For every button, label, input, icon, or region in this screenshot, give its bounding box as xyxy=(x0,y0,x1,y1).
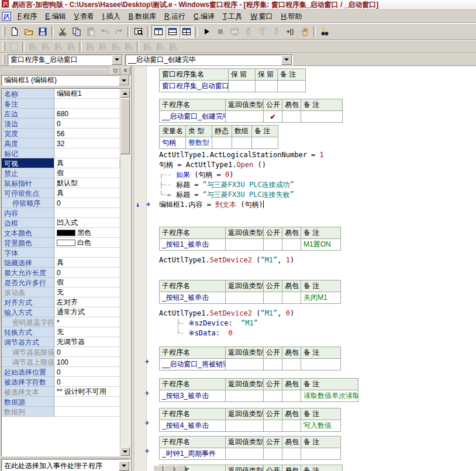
table-cell[interactable]: _按钮3_被单击 xyxy=(160,390,226,402)
table-cell[interactable] xyxy=(264,390,282,402)
property-value[interactable]: 真 xyxy=(54,258,130,268)
assembly-table[interactable]: 窗口程序集名保 留保 留备 注窗口程序集_启动窗口 xyxy=(159,68,476,92)
layout-grid-icon[interactable] xyxy=(180,25,194,38)
table-cell[interactable]: M1置ON xyxy=(301,239,341,251)
property-value[interactable]: 左对齐 xyxy=(54,297,130,307)
insert-breakpoint-icon[interactable]: {} xyxy=(284,25,298,38)
toolbar-grip[interactable] xyxy=(2,42,5,51)
table-cell[interactable]: __启动窗口_创建完毕 xyxy=(160,111,226,123)
property-value[interactable]: 0 xyxy=(54,377,130,387)
table-cell[interactable] xyxy=(252,137,278,149)
table-cell[interactable]: _按钮2_被单击 xyxy=(160,292,226,304)
sub-table-button3[interactable]: +子程序名返回值类型公开易包备 注_按钮3_被单击读取数值单次读取 xyxy=(159,378,476,402)
property-value[interactable]: 假 xyxy=(54,278,130,288)
toolbar-grip[interactable] xyxy=(2,56,5,64)
table-cell[interactable] xyxy=(226,292,264,304)
code-line[interactable]: └-► 标题 = “与三菱FX3U PLC连接失败” xyxy=(159,190,476,200)
scroll-down-button[interactable] xyxy=(120,447,130,456)
table-cell[interactable]: 句柄 xyxy=(160,137,186,149)
property-value[interactable]: 0 xyxy=(54,268,130,278)
menu-item-h[interactable]: H.帮助 xyxy=(277,10,306,23)
property-value[interactable]: 32 xyxy=(54,138,130,148)
table-row[interactable]: _按钮3_被单击读取数值单次读取 xyxy=(160,390,358,402)
table-cell[interactable] xyxy=(256,81,278,92)
property-value[interactable] xyxy=(54,99,130,109)
horizontal-scrollbar[interactable] xyxy=(153,465,185,471)
table-cell[interactable] xyxy=(264,239,282,251)
property-value[interactable]: * xyxy=(54,317,130,327)
table-cell[interactable] xyxy=(282,448,301,460)
table-cell[interactable] xyxy=(226,448,264,460)
menu-item-t[interactable]: T.工具 xyxy=(219,10,246,23)
new-file-icon[interactable] xyxy=(8,25,22,38)
code-line[interactable]: ┌-- 如果 (句柄 = 0) xyxy=(159,170,476,180)
property-value[interactable]: 真 xyxy=(54,158,130,168)
sub-table-button2[interactable]: 子程序名返回值类型公开易包备 注_按钮2_被单击关闭M1 xyxy=(159,280,476,304)
table-cell[interactable] xyxy=(226,420,264,432)
assembly-combo-dropdown[interactable] xyxy=(112,55,122,65)
property-value[interactable]: 无 xyxy=(54,288,130,297)
save-file-icon[interactable] xyxy=(36,25,50,38)
menu-item-f[interactable]: F.程序 xyxy=(13,10,41,23)
component-selector-dropdown[interactable] xyxy=(119,75,129,85)
property-value[interactable]: 无调节器 xyxy=(54,337,130,347)
property-value[interactable] xyxy=(54,208,130,218)
property-value[interactable]: 白色 xyxy=(54,238,130,248)
cut-icon[interactable] xyxy=(56,25,70,38)
scroll-up-button[interactable] xyxy=(120,89,130,98)
property-value[interactable]: 凹入式 xyxy=(54,218,130,228)
var-table[interactable]: 变量名类 型静态数组备 注句柄整数型 xyxy=(159,125,476,149)
table-cell[interactable] xyxy=(229,81,256,92)
find-help-icon[interactable]: ? xyxy=(318,25,332,38)
property-value[interactable]: 56 xyxy=(54,129,130,138)
table-cell[interactable] xyxy=(282,420,301,432)
fold-expand-mark[interactable]: + xyxy=(145,419,149,427)
table-cell[interactable]: __启动窗口_将被销毁 xyxy=(160,359,226,370)
property-value[interactable]: 100 xyxy=(54,357,130,367)
open-file-icon[interactable] xyxy=(22,25,36,38)
pause-hand-icon[interactable] xyxy=(298,25,312,38)
menu-item-v[interactable]: V.查看 xyxy=(70,10,98,23)
property-value[interactable]: 0 xyxy=(54,119,130,129)
hscroll-left-button[interactable] xyxy=(153,465,163,471)
fold-expand-mark[interactable]: + xyxy=(146,200,150,210)
event-handler-combo-dropdown[interactable] xyxy=(119,461,129,471)
scroll-thumb[interactable] xyxy=(120,98,130,154)
browse-source-icon[interactable] xyxy=(132,25,146,38)
table-cell[interactable] xyxy=(282,292,301,304)
table-cell[interactable] xyxy=(282,359,301,370)
property-value[interactable]: 0 xyxy=(54,367,130,377)
table-cell[interactable]: _按钮1_被单击 xyxy=(160,239,226,251)
table-cell[interactable] xyxy=(232,137,252,149)
menu-item-e[interactable]: E.编辑 xyxy=(41,10,70,23)
property-value[interactable]: 680 xyxy=(54,109,130,119)
property-value[interactable]: 无 xyxy=(54,327,130,337)
code-line[interactable]: ├- ※szDevice: “M1” xyxy=(159,318,476,328)
event-handler-combo[interactable]: 在此处选择加入事件处理子程序 xyxy=(1,459,130,471)
table-cell[interactable] xyxy=(264,420,282,432)
table-row[interactable]: _按钮1_被单击M1置ON xyxy=(160,239,341,251)
property-value[interactable]: 假 xyxy=(54,168,130,178)
table-cell[interactable] xyxy=(226,359,264,370)
sub-table-create-finished[interactable]: 子程序名返回值类型公开易包备 注__启动窗口_创建完毕✔ xyxy=(159,99,476,123)
table-cell[interactable]: ✔ xyxy=(264,111,282,123)
property-value[interactable] xyxy=(54,248,130,258)
code-button1[interactable]: ActUtlType1.SetDevice2 (“M1”, 1) xyxy=(159,255,476,265)
table-row[interactable]: __启动窗口_创建完毕✔ xyxy=(160,111,343,123)
code-line[interactable]: └- ※sData: 0 xyxy=(159,328,476,338)
sub-table-clock1[interactable]: +子程序名返回值类型公开易包备 注_时钟1_周期事件 xyxy=(159,436,476,460)
fold-expand-mark[interactable]: + xyxy=(145,358,149,366)
table-cell[interactable] xyxy=(226,111,264,123)
table-row[interactable]: 句柄整数型 xyxy=(160,137,278,149)
layout-split-v-icon[interactable] xyxy=(165,25,180,38)
table-cell[interactable]: 写入数值 xyxy=(301,420,341,432)
property-value[interactable]: 编辑框1 xyxy=(54,89,130,99)
property-grid-scrollbar[interactable] xyxy=(120,89,130,456)
table-cell[interactable] xyxy=(226,390,264,402)
sub-table-button1[interactable]: 子程序名返回值类型公开易包备 注_按钮1_被单击M1置ON xyxy=(159,227,476,251)
table-cell[interactable]: _时钟1_周期事件 xyxy=(160,448,226,460)
table-cell[interactable] xyxy=(301,448,341,460)
table-cell[interactable]: _按钮4_被单击 xyxy=(160,420,226,432)
table-cell[interactable]: 整数型 xyxy=(186,137,212,149)
table-cell[interactable] xyxy=(226,239,264,251)
